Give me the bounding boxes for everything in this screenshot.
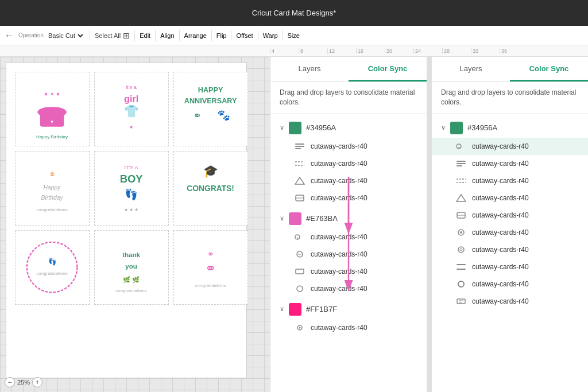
canvas-area[interactable]: ★ ✦ ★ ♥ Happy Birthday it's a girl 👕 (0, 57, 270, 392)
design-cell-4[interactable]: 🎂 Happy Birthday congratulations (15, 151, 90, 226)
design-cell-8[interactable]: thank you 🌿 🌿 congratulations (94, 230, 169, 305)
svg-text:⚭: ⚭ (207, 250, 214, 259)
color-swatch-pink (289, 212, 301, 225)
design-cell-5[interactable]: IT'S A BOY 👣 ★ ★ ★ (94, 151, 169, 226)
right-engrave-icon (455, 211, 467, 220)
color-group-green-header[interactable]: ∨ #34956A (270, 118, 427, 138)
zoom-out-button[interactable]: − (5, 377, 15, 387)
layer-item-6[interactable]: cutaway-cards-r40 (270, 246, 427, 263)
offset-btn[interactable]: Offset (236, 32, 253, 39)
tab-color-sync-left[interactable]: Color Sync (349, 57, 427, 81)
zoom-bar: − 25% + (5, 377, 42, 387)
right-panel-description: Drag and drop layers to consolidate mate… (432, 82, 588, 114)
right-layer-item-7[interactable]: cutaway-cards-r40 (432, 241, 588, 258)
edit-btn[interactable]: Edit (140, 32, 150, 39)
layer-item-8[interactable]: cutaway-cards-r40 (270, 280, 427, 297)
warp-btn[interactable]: Warp (263, 32, 278, 39)
right-layer-item-5[interactable]: cutaway-cards-r40 (432, 207, 588, 224)
zoom-in-button[interactable]: + (32, 377, 42, 387)
svg-text:●: ● (458, 145, 459, 149)
right-layer-item-9[interactable]: cutaway-cards-r40 (432, 275, 588, 293)
design-cell-3[interactable]: HAPPY ANNIVERSARY ⚭ 🐾 (173, 72, 248, 146)
right-layer-item-1[interactable]: ● cutaway-cards-r40 (432, 138, 588, 155)
chevron-down-icon-2: ∨ (280, 215, 284, 222)
left-panel: Layers Color Sync Drag and drop layers t… (270, 57, 427, 392)
size-btn[interactable]: Size (288, 32, 300, 39)
right-layer-label-3: cutaway-cards-r40 (472, 177, 529, 185)
color-hex-pink: #E763BA (306, 214, 338, 223)
layer-item-4[interactable]: cutaway-cards-r40 (270, 189, 427, 207)
svg-text:IT'S A: IT'S A (125, 165, 139, 171)
right-panel: Layers Color Sync Drag and drop layers t… (431, 57, 588, 392)
arrange-btn[interactable]: Arrange (184, 32, 207, 39)
select-all-icon[interactable]: ⊞ (123, 31, 130, 40)
layer-item-5[interactable]: ● cutaway-cards-r40 (270, 228, 427, 246)
design-cell-2[interactable]: it's a girl 👕 ★ (94, 72, 169, 146)
layer-item-9[interactable]: cutaway-cards-r40 (270, 319, 427, 336)
ruler-mark: 32 (471, 48, 500, 54)
svg-text:congratulations: congratulations (37, 207, 68, 212)
right-score-icon (455, 159, 467, 168)
right-layer-item-10[interactable]: cutaway-cards-r40 (432, 293, 588, 310)
divider3 (155, 30, 156, 41)
design-cell-9[interactable]: ⚭ ⚭ congratulations (173, 230, 248, 305)
align-btn[interactable]: Align (160, 32, 174, 39)
svg-rect-69 (457, 299, 465, 304)
layer-item-1[interactable]: cutaway-cards-r40 (270, 138, 427, 155)
right-color-group-green-header[interactable]: ∨ #34956A (432, 118, 588, 138)
svg-text:congratulations: congratulations (37, 271, 68, 277)
flip-btn[interactable]: Flip (216, 32, 227, 39)
layer-item-3[interactable]: cutaway-cards-r40 (270, 172, 427, 189)
ruler: 4 8 12 16 20 24 28 32 36 (0, 45, 588, 57)
right-layer-item-4[interactable]: cutaway-cards-r40 (432, 189, 588, 207)
divider1 (90, 30, 90, 41)
design-cell-7[interactable]: 👣 congratulations (15, 230, 90, 305)
ruler-mark: 4 (270, 48, 299, 54)
right-ring-icon (455, 280, 467, 289)
color-group-hotpink-header[interactable]: ∨ #FF1B7F (270, 300, 427, 319)
svg-rect-33 (295, 143, 304, 145)
svg-text:thank: thank (123, 252, 141, 259)
svg-point-64 (458, 247, 464, 253)
design-cell-6[interactable]: 🎓 CONGRATS! (173, 151, 248, 226)
design-cell-1[interactable]: ★ ✦ ★ ♥ Happy Birthday (15, 72, 90, 146)
left-panel-content[interactable]: ∨ #34956A cutaway-cards-r40 (270, 114, 427, 343)
tab-layers-left[interactable]: Layers (270, 57, 349, 81)
chevron-down-icon-3: ∨ (280, 305, 284, 313)
right-layer-item-6[interactable]: cutaway-cards-r40 (432, 224, 588, 241)
svg-marker-59 (457, 195, 466, 201)
right-layer-item-2[interactable]: cutaway-cards-r40 (432, 155, 588, 172)
right-cut3-icon (455, 193, 467, 203)
left-panel-tabs: Layers Color Sync (270, 57, 427, 82)
right-cut2-icon (455, 176, 467, 185)
svg-text:♥: ♥ (51, 119, 54, 125)
ruler-mark: 36 (500, 48, 528, 54)
svg-text:★ ✦ ★: ★ ✦ ★ (44, 91, 60, 97)
canvas-mat: ★ ✦ ★ ♥ Happy Birthday it's a girl 👕 (6, 63, 247, 378)
divider7 (258, 30, 258, 41)
color-group-pink-header[interactable]: ∨ #E763BA (270, 209, 427, 228)
right-layer-item-3[interactable]: cutaway-cards-r40 (432, 172, 588, 189)
svg-point-68 (458, 281, 464, 287)
svg-text:🎓: 🎓 (203, 164, 218, 178)
select-all-btn[interactable]: Select All (95, 32, 121, 39)
tab-layers-right[interactable]: Layers (432, 57, 510, 81)
right-layer-item-8[interactable]: cutaway-cards-r40 (432, 258, 588, 275)
operation-select[interactable]: Basic Cut (46, 32, 85, 40)
cut3-icon (293, 193, 306, 203)
right-panel-content[interactable]: ∨ #34956A ● cutaway-cards-r40 cutaway-ca… (432, 114, 588, 392)
top-bar: Cricut Card Mat Designs* (0, 0, 588, 26)
color-group-pink: ∨ #E763BA ● cutaway-cards-r40 (270, 209, 427, 297)
svg-text:it's a: it's a (126, 84, 138, 90)
tab-color-sync-right[interactable]: Color Sync (510, 57, 588, 81)
right-circle2-icon (455, 245, 467, 254)
svg-point-65 (460, 249, 462, 251)
back-icon[interactable]: ← (5, 30, 14, 41)
right-layer-label-9: cutaway-cards-r40 (472, 280, 529, 288)
layer-item-7[interactable]: cutaway-cards-r40 (270, 263, 427, 280)
right-color-hex-green: #34956A (467, 123, 497, 132)
layer-item-2[interactable]: cutaway-cards-r40 (270, 155, 427, 172)
app-title: Cricut Card Mat Designs* (252, 9, 336, 17)
right-layer-label-5: cutaway-cards-r40 (472, 211, 529, 219)
right-color-swatch-green (450, 122, 463, 134)
